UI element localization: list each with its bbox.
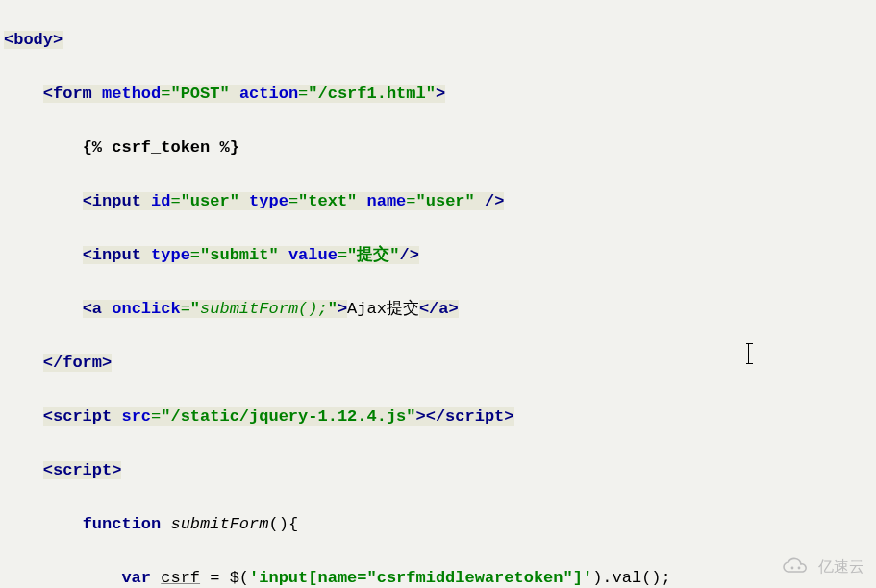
code-line[interactable]: <body> <box>0 27 876 54</box>
template-tag: {% csrf_token %} <box>83 138 239 157</box>
angle-close: > <box>53 31 63 49</box>
code-editor[interactable]: <body> <form method="POST" action="/csrf… <box>0 0 876 588</box>
code-line[interactable]: function submitForm(){ <box>0 511 876 538</box>
code-line[interactable]: </form> <box>0 350 876 377</box>
code-line[interactable]: <a onclick="submitForm();">Ajax提交</a> <box>0 296 876 323</box>
code-line[interactable]: <script src="/static/jquery-1.12.4.js"><… <box>0 404 876 430</box>
angle-open: < <box>4 31 13 49</box>
code-line[interactable]: <form method="POST" action="/csrf1.html"… <box>0 81 876 108</box>
code-line[interactable]: {% csrf_token %} <box>0 135 876 161</box>
code-line[interactable]: <input id="user" type="text" name="user"… <box>0 188 876 215</box>
tag-body: body <box>13 31 53 49</box>
text-cursor-icon <box>748 344 749 363</box>
code-line[interactable]: <script> <box>0 457 876 484</box>
code-line[interactable]: var csrf = $('input[name="csrfmiddleware… <box>0 565 876 588</box>
code-line[interactable]: <input type="submit" value="提交"/> <box>0 242 876 269</box>
